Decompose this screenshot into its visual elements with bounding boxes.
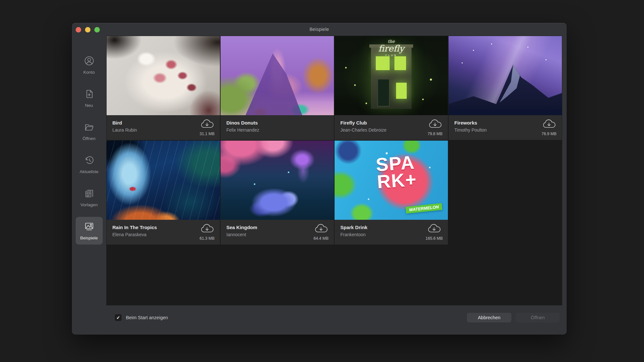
sample-card-bird[interactable]: Bird Laura Rubin 31.1 MB xyxy=(107,36,220,140)
sample-author: Jean-Charles Debroize xyxy=(340,127,386,133)
sidebar-item-label: Aktuellste xyxy=(80,169,99,174)
sample-title: Firefly Club xyxy=(340,120,386,125)
sample-author: Elena Paraskeva xyxy=(112,232,157,237)
show-at-startup-label: Beim Start anzeigen xyxy=(126,315,168,320)
sample-card-dinos-donuts[interactable]: Dinos Donuts Felix Hernandez xyxy=(221,36,334,140)
recent-history-icon xyxy=(84,155,95,167)
account-icon xyxy=(84,55,95,68)
sample-size: 31.1 MB xyxy=(200,132,215,136)
samples-dialog-window: Beispiele Konto Neu Öffnen Aktuellste xyxy=(72,23,567,335)
sidebar-item-konto[interactable]: Konto xyxy=(76,51,103,79)
sidebar-item-label: Öffnen xyxy=(82,136,95,141)
sample-size: 64.4 MB xyxy=(314,236,329,241)
firefly-sign-text: the firefly CLUB xyxy=(335,39,448,57)
watermelon-badge-text: WATERMELON xyxy=(406,203,442,214)
sample-author: Felix Hernandez xyxy=(226,127,259,133)
sample-author: Iannocent xyxy=(226,232,257,237)
sample-title: Sea Kingdom xyxy=(226,225,257,230)
sample-card-firefly-club[interactable]: the firefly CLUB Firefly Club Jean-Charl… xyxy=(335,36,448,140)
bird-thumbnail xyxy=(107,36,220,115)
fireworks-thumbnail xyxy=(449,36,562,115)
sample-card-sea-kingdom[interactable]: Sea Kingdom Iannocent 64.4 MB xyxy=(221,141,334,245)
dinos-donuts-thumbnail xyxy=(221,36,334,115)
sample-title: Fireworks xyxy=(454,120,487,125)
sample-size: 165.6 MB xyxy=(425,236,443,241)
samples-gallery: Bird Laura Rubin 31.1 MB xyxy=(106,36,562,305)
sidebar-item-label: Neu xyxy=(85,103,93,108)
sea-kingdom-thumbnail xyxy=(221,141,334,220)
sample-card-fireworks[interactable]: Fireworks Timothy Poulton 76.9 MB xyxy=(449,36,562,140)
dialog-footer: Beim Start anzeigen Abbrechen Öffnen xyxy=(72,305,567,335)
open-button[interactable]: Öffnen xyxy=(516,313,560,322)
sidebar-item-beispiele[interactable]: Beispiele xyxy=(76,217,103,245)
cloud-download-icon[interactable] xyxy=(199,224,215,236)
sample-title: Bird xyxy=(112,120,137,125)
sidebar-item-aktuellste[interactable]: Aktuellste xyxy=(76,151,103,178)
sample-title: Spark Drink xyxy=(340,225,367,230)
spark-can-text: SPA RK+ xyxy=(375,153,418,190)
sample-card-spark-drink[interactable]: SPA RK+ WATERMELON Spark Drink Frankento… xyxy=(335,141,448,245)
samples-grid: Bird Laura Rubin 31.1 MB xyxy=(107,36,562,245)
sample-size: 61.3 MB xyxy=(200,236,215,241)
window-title: Beispiele xyxy=(72,23,567,36)
sidebar-item-vorlagen[interactable]: Vorlagen xyxy=(76,184,103,211)
cloud-download-icon[interactable] xyxy=(426,224,442,236)
sidebar-item-label: Beispiele xyxy=(80,236,98,240)
sample-size: 79.8 MB xyxy=(428,132,443,136)
sidebar-item-label: Konto xyxy=(83,70,95,75)
cancel-button[interactable]: Abbrechen xyxy=(467,313,511,322)
samples-image-icon xyxy=(84,221,95,233)
sample-title: Dinos Donuts xyxy=(226,120,259,125)
cloud-download-icon[interactable] xyxy=(313,224,329,236)
sample-size: 76.9 MB xyxy=(542,132,557,136)
sample-author: Laura Rubin xyxy=(112,127,137,133)
firefly-club-thumbnail: the firefly CLUB xyxy=(335,36,448,115)
titlebar[interactable]: Beispiele xyxy=(72,23,567,36)
show-at-startup-checkbox[interactable] xyxy=(115,314,121,321)
cloud-download-icon[interactable] xyxy=(199,119,215,131)
new-document-icon xyxy=(84,88,95,101)
sidebar-item-neu[interactable]: Neu xyxy=(76,84,103,112)
open-folder-icon xyxy=(84,122,95,134)
sidebar-item-label: Vorlagen xyxy=(80,202,98,207)
cloud-download-icon[interactable] xyxy=(541,119,557,131)
cloud-download-icon[interactable] xyxy=(427,119,443,131)
spark-drink-thumbnail: SPA RK+ WATERMELON xyxy=(335,141,448,220)
sidebar: Konto Neu Öffnen Aktuellste Vorlagen xyxy=(72,36,106,335)
sample-card-rain-in-the-tropics[interactable]: Rain In The Tropics Elena Paraskeva 61.3… xyxy=(107,141,220,245)
templates-icon xyxy=(84,188,95,200)
sample-title: Rain In The Tropics xyxy=(112,225,157,230)
sample-author: Frankentoon xyxy=(340,232,367,237)
sample-author: Timothy Poulton xyxy=(454,127,487,133)
sidebar-item-oeffnen[interactable]: Öffnen xyxy=(76,117,103,145)
rain-in-the-tropics-thumbnail xyxy=(107,141,220,220)
